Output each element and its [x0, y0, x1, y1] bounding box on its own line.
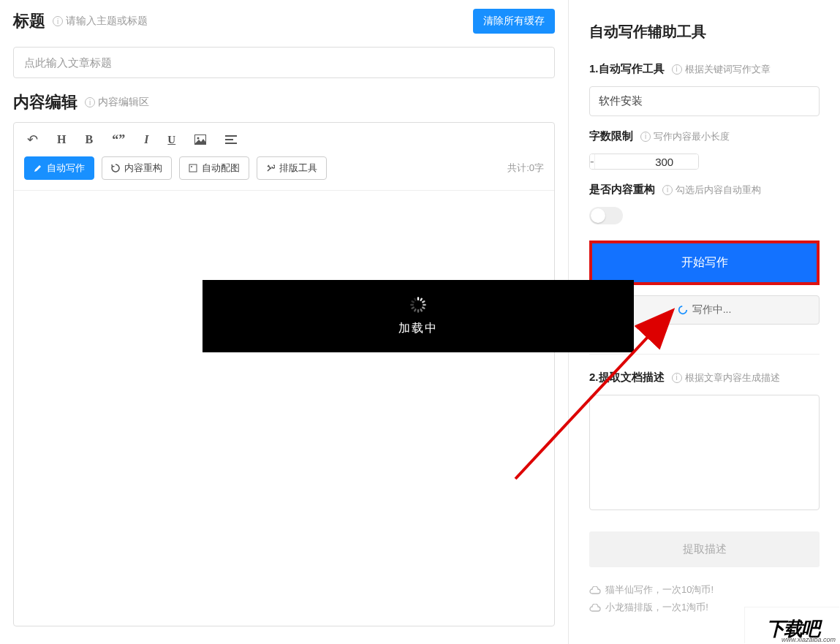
svg-rect-10 [422, 300, 425, 303]
bold-button[interactable]: B [82, 132, 96, 148]
length-stepper: - + [589, 154, 699, 170]
quote-button[interactable]: “” [109, 131, 128, 149]
extract-description-button[interactable]: 提取描述 [589, 531, 820, 567]
rebuild-hint: 勾选后内容自动重构 [676, 183, 761, 197]
svg-rect-13 [420, 308, 423, 312]
svg-point-7 [678, 306, 686, 314]
svg-rect-17 [410, 304, 414, 306]
svg-rect-8 [417, 297, 419, 300]
svg-rect-14 [417, 309, 419, 313]
side-title: 自动写作辅助工具 [589, 22, 820, 42]
word-counter: 共计:0字 [507, 162, 544, 175]
svg-rect-11 [423, 304, 426, 306]
length-label: 字数限制 [589, 129, 633, 143]
price-line-1: 猫半仙写作，一次10淘币! [589, 583, 820, 596]
auto-write-label: 自动写作 [47, 162, 85, 175]
svg-rect-12 [422, 306, 425, 309]
content-edit-hint: 内容编辑区 [98, 96, 149, 109]
action-toolbar: 自动写作 内容重构 自动配图 [14, 156, 554, 191]
tools-icon [266, 164, 275, 173]
format-toolbar: ↶ H B “” I U [14, 123, 554, 156]
info-icon: i [640, 132, 651, 142]
start-writing-button[interactable]: 开始写作 [592, 243, 817, 282]
content-edit-label: 内容编辑 [13, 91, 77, 113]
editor-area: ↶ H B “” I U 自动写作 [13, 122, 555, 626]
keyword-input[interactable] [589, 86, 820, 116]
cloud-icon [589, 586, 601, 594]
undo-icon[interactable]: ↶ [24, 130, 41, 149]
cloud-icon [589, 604, 601, 612]
svg-rect-15 [414, 308, 417, 312]
auto-write-button[interactable]: 自动写作 [24, 156, 94, 180]
section1-hint: 根据关键词写作文章 [685, 63, 771, 76]
info-icon: i [53, 16, 63, 26]
section1-label: 1.自动写作工具 [589, 62, 665, 76]
section2-hint: 根据文章内容生成描述 [685, 371, 780, 384]
description-textarea[interactable] [589, 395, 820, 510]
svg-rect-16 [411, 306, 415, 309]
auto-image-label: 自动配图 [202, 162, 240, 175]
title-hint: 请输入主题或标题 [66, 15, 148, 28]
rebuild-toggle[interactable] [589, 207, 623, 224]
stepper-minus-button[interactable]: - [590, 154, 595, 169]
svg-rect-19 [414, 298, 417, 301]
svg-rect-9 [420, 298, 423, 301]
svg-rect-5 [189, 164, 197, 172]
info-icon: i [672, 373, 682, 383]
title-label: 标题 [13, 10, 45, 32]
writing-status-label: 写作中... [692, 303, 732, 317]
spinner-icon [409, 296, 427, 314]
auto-image-button[interactable]: 自动配图 [179, 156, 249, 180]
clear-cache-button[interactable]: 清除所有缓存 [473, 9, 555, 34]
info-icon: i [85, 97, 95, 107]
watermark-url: www.xiazaiba.com [782, 636, 836, 643]
align-icon[interactable] [222, 133, 240, 146]
underline-button[interactable]: U [164, 132, 178, 148]
divider [589, 354, 820, 355]
svg-point-1 [197, 137, 200, 140]
info-icon: i [672, 64, 682, 75]
article-title-input[interactable] [13, 47, 555, 78]
rebuild-content-button[interactable]: 内容重构 [102, 156, 172, 180]
start-highlight-box: 开始写作 [589, 240, 820, 285]
image-icon [189, 164, 197, 173]
watermark: 下载吧 www.xiazaiba.com [745, 607, 840, 644]
section2-label: 2.提取文档描述 [589, 371, 665, 384]
layout-tool-label: 排版工具 [279, 162, 317, 175]
loading-overlay: 加载中 [203, 280, 634, 352]
rebuild-content-label: 内容重构 [124, 162, 162, 175]
loading-icon [678, 305, 688, 315]
italic-button[interactable]: I [141, 132, 151, 148]
length-hint: 写作内容最小长度 [654, 130, 730, 143]
layout-tool-button[interactable]: 排版工具 [257, 156, 327, 180]
refresh-icon [111, 164, 120, 173]
heading-button[interactable]: H [54, 132, 69, 148]
svg-point-6 [191, 166, 192, 167]
loading-text: 加载中 [398, 321, 438, 336]
svg-rect-18 [411, 300, 415, 303]
pencil-icon [34, 164, 42, 173]
length-input[interactable] [595, 154, 699, 169]
image-icon[interactable] [192, 133, 209, 146]
rebuild-label: 是否内容重构 [589, 183, 655, 197]
info-icon: i [662, 185, 673, 195]
